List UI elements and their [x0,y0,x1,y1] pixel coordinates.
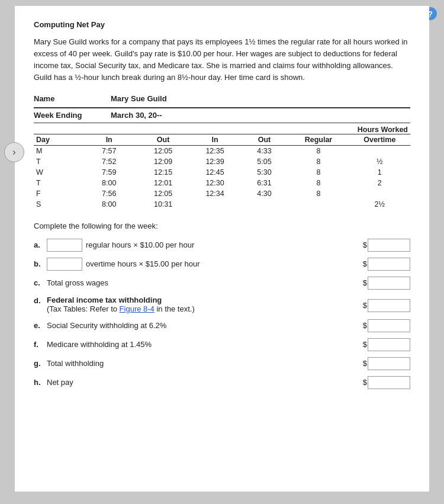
nav-arrow-prev[interactable]: › [4,142,24,162]
th-regular: Regular [288,134,349,145]
calc-row-a: a. regular hours × $10.00 per hour $ [34,239,410,252]
result-wrap-d: $ [363,299,410,312]
calc-row-c: c. Total gross wages $ [34,277,410,290]
dollar-a: $ [363,240,367,249]
letter-g: g. [34,359,47,368]
name-label: Name [34,94,111,104]
complete-label: Complete the following for the week: [34,221,410,230]
calc-row-f: f. Medicare withholding at 1.45% $ [34,338,410,351]
week-label: Week Ending [34,110,111,120]
text-b: overtime hours × $15.00 per hour [86,259,363,268]
calc-row-h: h. Net pay $ [34,376,410,389]
table-row: M7:5712:0512:354:338 [34,145,410,156]
th-in2: In [189,134,240,145]
calc-row-d: d. Federal income tax withholding (Tax T… [34,296,410,313]
result-f[interactable] [368,338,410,351]
time-table-wrapper: Hours Worked Day In Out In Out Regular O… [34,124,410,210]
text-h: Net pay [47,378,363,387]
letter-h: h. [34,378,47,387]
letter-f: f. [34,340,47,349]
text-e: Social Security withholding at 6.2% [47,321,363,330]
letter-c: c. [34,278,47,287]
th-out1: Out [137,134,189,145]
result-h[interactable] [368,376,410,389]
table-row: W7:5912:1512:455:3081 [34,167,410,178]
page-container: › Computing Net Pay Mary Sue Guild works… [15,6,429,492]
dollar-g: $ [363,359,367,368]
letter-a: a. [34,240,47,249]
letter-d: d. [34,296,47,305]
table-row: T7:5212:0912:395:058½ [34,156,410,167]
week-value: March 30, 20-- [111,110,410,120]
calc-row-g: g. Total withholding $ [34,357,410,370]
text-f: Medicare withholding at 1.45% [47,340,363,349]
input-b-hours[interactable] [47,258,82,271]
week-table: Week Ending March 30, 20-- [34,110,410,120]
table-row: T8:0012:0112:306:3182 [34,178,410,188]
intro-text: Mary Sue Guild works for a company that … [34,36,410,84]
time-table: Hours Worked Day In Out In Out Regular O… [34,124,410,210]
dollar-h: $ [363,378,367,387]
text-d-wrap: Federal income tax withholding (Tax Tabl… [47,296,363,313]
result-b[interactable] [368,258,410,271]
result-c[interactable] [368,277,410,290]
th-in1: In [81,134,137,145]
name-value: Mary Sue Guild [111,94,410,104]
result-e[interactable] [368,319,410,332]
page-title: Computing Net Pay [34,20,410,29]
result-wrap-a: $ [363,239,410,252]
table-row: S8:0010:312½ [34,199,410,210]
th-overtime: Overtime [349,134,410,145]
dollar-f: $ [363,340,367,349]
calc-row-b: b. overtime hours × $15.00 per hour $ [34,258,410,271]
result-wrap-g: $ [363,357,410,370]
text-g: Total withholding [47,359,363,368]
th-out2: Out [241,134,288,145]
result-wrap-f: $ [363,338,410,351]
table-row: F7:5612:0512:344:308 [34,188,410,199]
info-table: Name Mary Sue Guild [34,94,410,104]
hours-worked-header: Hours Worked [288,124,410,134]
result-wrap-h: $ [363,376,410,389]
complete-section: Complete the following for the week: a. … [34,221,410,389]
th-empty4 [189,124,240,134]
text-d-line2: (Tax Tables: Refer to Figure 8-4 in the … [47,304,363,313]
result-wrap-e: $ [363,319,410,332]
input-a-hours[interactable] [47,239,82,252]
th-empty2 [81,124,137,134]
result-d[interactable] [368,299,410,312]
text-a: regular hours × $10.00 per hour [86,240,363,249]
dollar-b: $ [363,259,367,268]
result-wrap-b: $ [363,258,410,271]
th-day: Day [34,134,81,145]
text-c: Total gross wages [47,278,363,287]
dollar-c: $ [363,278,367,287]
th-empty3 [137,124,189,134]
text-d-line1: Federal income tax withholding [47,296,363,304]
time-table-body: M7:5712:0512:354:338T7:5212:0912:395:058… [34,145,410,210]
th-empty1 [34,124,81,134]
dollar-e: $ [363,321,367,330]
result-g[interactable] [368,357,410,370]
figure-link[interactable]: Figure 8-4 [120,304,155,313]
letter-e: e. [34,321,47,330]
result-wrap-c: $ [363,277,410,290]
result-a[interactable] [368,239,410,252]
th-empty5 [241,124,288,134]
calc-row-e: e. Social Security withholding at 6.2% $ [34,319,410,332]
letter-b: b. [34,259,47,268]
dollar-d: $ [363,301,367,310]
